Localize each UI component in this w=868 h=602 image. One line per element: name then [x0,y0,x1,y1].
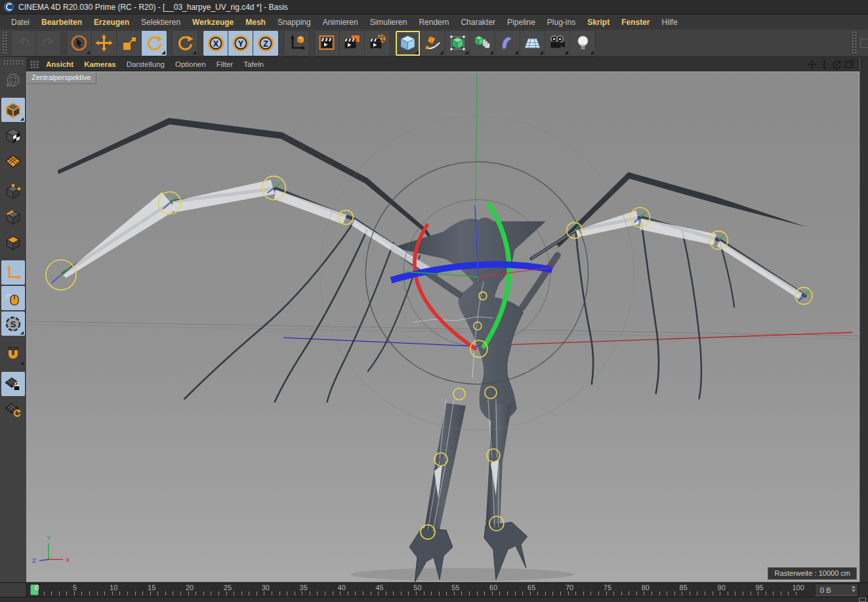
add-cube-button[interactable] [396,31,421,56]
scale-button[interactable] [117,31,142,56]
timeline-tick [515,592,516,595]
camera-label-badge[interactable]: Zentralperspektive [27,72,96,84]
timeline-tick [537,592,538,595]
right-panel-edge[interactable] [859,57,868,582]
timeline-right-pad [860,583,868,597]
menu-item-skript[interactable]: Skript [581,16,615,29]
timeline-tick [211,592,211,595]
main-area: S [0,57,868,582]
viewport-3d-canvas[interactable]: Y X Z Zentralperspektive Rasterweite : 1… [26,71,859,582]
timeline-ruler[interactable]: 0510152025303540455055606570758085909510… [26,583,813,597]
menu-item-werkzeuge[interactable]: Werkzeuge [186,16,239,29]
move-button[interactable] [92,31,117,56]
pan-icon[interactable] [807,60,817,70]
timeline-tick [302,592,302,595]
toolbar-partial-button[interactable] [860,39,868,48]
polygons-mode-icon [5,234,22,251]
axis-y-label: Y [47,534,51,541]
current-frame-field[interactable]: 0 B [815,584,858,596]
timeline-tick [393,592,394,595]
add-floor-button[interactable] [520,31,545,56]
undo-button[interactable] [11,31,36,56]
toggle-panel-icon[interactable] [844,60,854,70]
timeline-label: 25 [224,584,232,592]
timeline-tick [598,592,599,595]
timeline-tick [424,592,424,595]
tweak-mode-icon [5,290,22,307]
timeline-tick [743,592,743,595]
model-mode-icon [5,102,22,119]
lock-z-button[interactable]: Z [253,31,278,56]
timeline-tick [196,592,196,595]
edges-mode-button[interactable] [1,205,25,229]
texture-mode-button[interactable] [1,123,25,148]
texture-mode-icon [5,127,22,144]
planar-workplane-button[interactable] [1,397,25,422]
tweak-mode-button[interactable] [1,286,25,310]
menu-item-bearbeiten[interactable]: Bearbeiten [35,16,88,29]
axis-lock-group: X Y Z [203,30,279,56]
lock-workplane-button[interactable] [1,372,25,396]
menu-item-rendern[interactable]: Rendern [413,16,455,29]
render-picture-viewer-button[interactable] [340,31,365,56]
polygons-mode-button[interactable] [1,230,25,254]
menu-item-pipeline[interactable]: Pipeline [501,16,541,29]
add-array-button[interactable] [470,31,495,56]
toolbar-grip[interactable] [2,31,8,55]
add-camera-button[interactable] [545,31,570,56]
menu-item-charakter[interactable]: Charakter [455,16,501,29]
add-spline-button[interactable] [421,31,445,56]
rotate-view-icon[interactable] [832,60,842,70]
live-selection-button[interactable] [67,31,92,56]
enable-snap-button[interactable] [1,342,25,366]
viewport-menu-item-ansicht[interactable]: Ansicht [41,59,79,70]
add-light-button[interactable] [570,31,595,56]
add-deformer-button[interactable] [495,31,520,56]
add-subdivision-surface-button[interactable] [445,31,470,56]
menu-item-snapping[interactable]: Snapping [272,16,317,29]
menu-item-animieren[interactable]: Animieren [317,16,364,29]
timeline-tick [575,592,576,595]
model-mode-button[interactable] [1,98,25,122]
make-editable-button[interactable] [1,68,25,92]
timeline-tick [371,592,371,595]
viewport-solo-button[interactable]: S [1,311,25,336]
menu-item-erzeugen[interactable]: Erzeugen [88,16,135,29]
timeline-tick [469,592,470,595]
viewport-menu-grip[interactable] [30,60,39,68]
enable-axis-button[interactable] [1,260,25,285]
palette-grip[interactable] [3,60,23,66]
viewport-menu-item-filter[interactable]: Filter [211,59,239,70]
menu-item-selektieren[interactable]: Selektieren [135,16,186,29]
workplane-mode-button[interactable] [1,149,25,173]
viewport-menu-item-darstellung[interactable]: Darstellung [121,59,170,70]
timeline-tick [173,592,173,595]
timeline-tick [545,592,546,595]
rotate-button[interactable] [142,31,167,56]
rotate-free-button[interactable] [173,31,197,56]
toolbar-right-grip[interactable] [852,31,858,55]
render-settings-button[interactable] [365,31,390,56]
viewport-menu-item-kameras[interactable]: Kameras [79,59,121,70]
viewport-menu-item-optionen[interactable]: Optionen [170,59,211,70]
zoom-icon[interactable] [819,60,829,70]
lock-y-button[interactable]: Y [228,31,253,56]
menu-item-plug-ins[interactable]: Plug-ins [541,16,581,29]
menu-item-mesh[interactable]: Mesh [239,16,272,29]
frame-spinner[interactable] [852,586,856,592]
render-view-button[interactable] [315,31,340,56]
menu-item-hilfe[interactable]: Hilfe [656,16,684,29]
redo-button[interactable] [36,31,61,56]
points-mode-button[interactable] [1,179,25,203]
viewport-menu-item-tafeln[interactable]: Tafeln [238,59,269,70]
timeline-tick [119,592,120,595]
coordinate-system-button[interactable] [284,31,309,56]
timeline-tick [751,592,751,595]
timeline-tick [340,592,341,595]
menu-item-simulieren[interactable]: Simulieren [364,16,413,29]
menu-item-datei[interactable]: Datei [5,16,35,29]
menu-item-fenster[interactable]: Fenster [615,16,655,29]
lock-x-button[interactable]: X [203,31,228,56]
move-icon [95,34,113,52]
camera-icon [548,34,566,52]
